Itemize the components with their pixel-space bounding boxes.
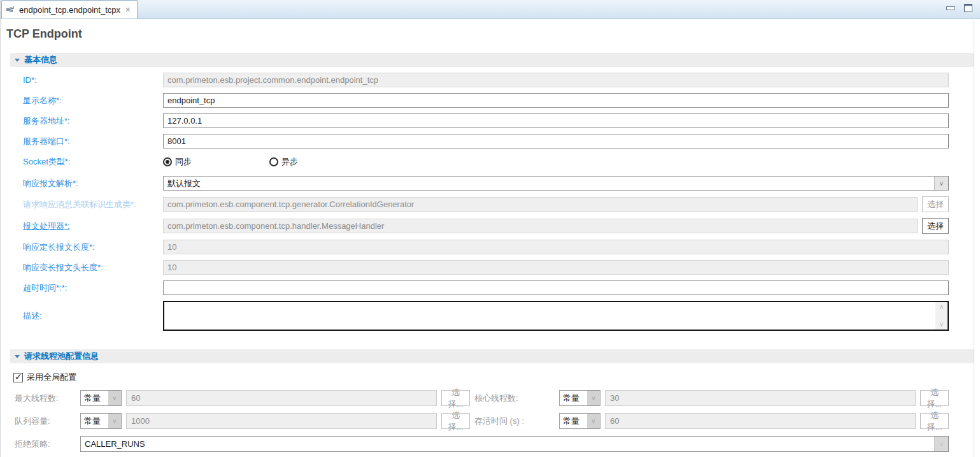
response-parse-label: 响应报文解析*: (23, 178, 163, 189)
description-textarea[interactable] (164, 302, 935, 330)
maximize-icon[interactable] (964, 4, 972, 12)
scrollbar-track[interactable] (974, 18, 974, 457)
section-threadpool[interactable]: 请求线程池配置信息 (10, 349, 974, 363)
message-handler-label-link[interactable]: 报文处理器*: (23, 221, 163, 232)
section-collapse-icon (15, 355, 20, 358)
keep-alive-value: 60 (605, 413, 916, 429)
core-threads-browse-button: 选择... (920, 390, 949, 406)
use-global-config-label: 采用全局配置 (27, 372, 76, 383)
chevron-down-icon: ∨ (587, 414, 600, 428)
row-message-handler: 报文处理器*: 选择 (23, 218, 949, 234)
socket-type-label: Socket类型*: (23, 156, 163, 168)
queue-capacity-label: 队列容量: (15, 416, 76, 427)
row-response-parse: 响应报文解析*: 默认报文 ∨ (23, 176, 949, 191)
fixed-response-length-label: 响应定长报文长度*: (23, 242, 163, 253)
row-description: 描述: ∧ ∨ (23, 301, 949, 331)
core-threads-value: 30 (605, 390, 916, 406)
server-port-input[interactable] (163, 134, 949, 149)
chevron-down-icon: ∨ (108, 414, 121, 428)
max-threads-type-select: 常量 ∨ (80, 390, 122, 406)
display-name-input[interactable] (163, 93, 949, 108)
core-threads-label: 核心线程数: (474, 393, 555, 404)
threadpool-row-2: 队列容量: 常量 ∨ 1000 选择... 存活时间 (s) : 常量 ∨ 60… (15, 413, 949, 429)
radio-label-sync: 同步 (175, 156, 192, 168)
reject-policy-label: 拒绝策略: (15, 439, 76, 450)
keep-alive-type-select: 常量 ∨ (559, 413, 600, 429)
threadpool-row-1: 最大线程数: 常量 ∨ 60 选择... 核心线程数: 常量 ∨ 30 选择..… (15, 390, 949, 406)
endpoint-file-icon (6, 5, 15, 14)
section-basic-info[interactable]: 基本信息 (10, 53, 974, 67)
radio-option-sync[interactable]: 同步 (163, 156, 265, 168)
editor-window: endpoint_tcp.endpoint_tcpx ✕ TCP Endpoin… (0, 0, 980, 457)
tab-close-icon[interactable]: ✕ (124, 6, 131, 14)
keep-alive-type-value: 常量 (560, 414, 587, 428)
section-collapse-icon (15, 59, 20, 62)
row-timeout: 超时时间*:*: (23, 280, 949, 295)
keep-alive-label: 存活时间 (s) : (474, 416, 555, 427)
queue-capacity-value: 1000 (126, 413, 437, 429)
section-title: 请求线程池配置信息 (24, 351, 99, 362)
section-title: 基本信息 (24, 54, 57, 66)
row-correlation-generator: 请求响应消息关联标识生成类*: 选择 (23, 196, 949, 212)
row-socket-type: Socket类型*: 同步 异步 (23, 156, 949, 168)
description-label: 描述: (23, 310, 163, 322)
correlation-generator-input (163, 197, 918, 212)
scroll-down-icon[interactable]: ∨ (939, 321, 944, 328)
keep-alive-browse-button: 选择... (920, 413, 949, 429)
row-server-port: 服务器端口*: (23, 134, 949, 149)
radio-icon-sync[interactable] (163, 157, 172, 166)
description-textarea-frame: ∧ ∨ (163, 301, 949, 331)
core-threads-type-value: 常量 (560, 391, 587, 405)
page-title: TCP Endpoint (6, 27, 980, 41)
chevron-down-icon[interactable]: ∨ (934, 177, 948, 190)
radio-icon-async[interactable] (269, 157, 278, 166)
editor-tab[interactable]: endpoint_tcp.endpoint_tcpx ✕ (1, 0, 138, 18)
max-threads-label: 最大线程数: (15, 393, 76, 404)
row-server-address: 服务器地址*: (23, 113, 949, 128)
use-global-config-row[interactable]: 采用全局配置 (13, 372, 980, 383)
scroll-up-icon[interactable]: ∧ (939, 304, 944, 310)
var-response-header-length-input (163, 260, 949, 275)
row-id: ID*: (23, 73, 949, 87)
editor-tab-bar: endpoint_tcp.endpoint_tcpx ✕ (1, 0, 980, 19)
response-parse-select[interactable]: 默认报文 ∨ (163, 176, 949, 191)
chevron-down-icon: ∨ (934, 437, 948, 451)
correlation-generator-label: 请求响应消息关联标识生成类*: (23, 199, 163, 210)
row-display-name: 显示名称*: (23, 93, 949, 108)
timeout-input[interactable] (163, 280, 949, 295)
var-response-header-length-label: 响应变长报文头长度*: (23, 262, 163, 273)
server-address-label: 服务器地址*: (23, 115, 163, 127)
queue-capacity-type-select: 常量 ∨ (80, 413, 122, 429)
core-threads-type-select: 常量 ∨ (559, 390, 600, 406)
timeout-label: 超时时间*:*: (23, 282, 163, 294)
threadpool-row-3: 拒绝策略: CALLER_RUNS ∨ (15, 436, 949, 452)
radio-label-async: 异步 (281, 156, 298, 168)
reject-policy-value: CALLER_RUNS (81, 439, 934, 449)
max-threads-value: 60 (126, 390, 437, 406)
row-fixed-response-length: 响应定长报文长度*: (23, 240, 949, 254)
server-address-input[interactable] (163, 113, 949, 128)
id-input (163, 73, 949, 87)
tab-title: endpoint_tcp.endpoint_tcpx (19, 5, 120, 15)
row-var-response-header-length: 响应变长报文头长度*: (23, 260, 949, 275)
max-threads-browse-button: 选择... (441, 390, 470, 406)
chevron-down-icon: ∨ (587, 391, 600, 405)
message-handler-input (163, 219, 918, 233)
queue-capacity-browse-button: 选择... (441, 413, 470, 429)
max-threads-type-value: 常量 (81, 391, 108, 405)
reject-policy-select: CALLER_RUNS ∨ (80, 436, 949, 452)
id-label: ID*: (23, 75, 163, 85)
use-global-config-checkbox[interactable] (13, 373, 23, 382)
correlation-generator-browse-button: 选择 (922, 196, 949, 212)
server-port-label: 服务器端口*: (23, 136, 163, 147)
display-name-label: 显示名称*: (23, 95, 163, 106)
view-controls (946, 4, 972, 12)
radio-option-async[interactable]: 异步 (269, 156, 371, 168)
description-scrollbar[interactable]: ∧ ∨ (935, 302, 948, 330)
chevron-down-icon: ∨ (108, 391, 121, 405)
response-parse-value: 默认报文 (164, 178, 934, 189)
queue-capacity-type-value: 常量 (81, 414, 108, 428)
minimize-icon[interactable] (946, 6, 955, 10)
message-handler-browse-button[interactable]: 选择 (922, 218, 949, 234)
fixed-response-length-input (163, 240, 949, 254)
